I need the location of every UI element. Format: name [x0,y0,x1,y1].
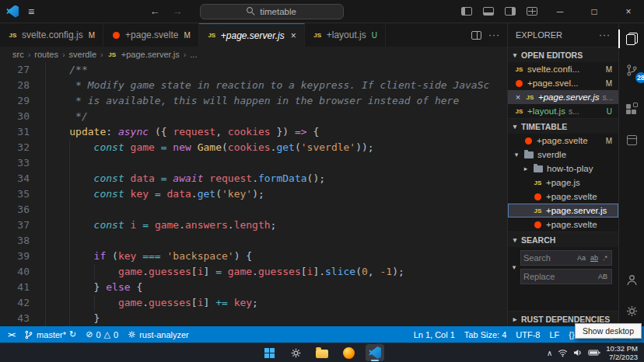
problems-item[interactable]: ⊘ 0 △ 0 [86,329,118,339]
tree-item[interactable]: +page.svelte [508,190,618,204]
file-name: +page.server.js [546,206,607,215]
code-line: 33 [0,155,507,171]
search-icon [247,7,255,16]
indent-guide [69,218,93,233]
workspace-header[interactable]: ▾ TIMETABLE [508,118,618,134]
command-center-search[interactable]: timetable [200,4,344,19]
code-line: 43} [0,311,507,326]
extensions-view-icon[interactable] [622,99,641,118]
tab-close-icon[interactable]: × [291,30,296,41]
editor-tab[interactable]: JS+page.server.js× [199,23,305,47]
sync-icon: ↻ [69,329,76,339]
rust-analyzer-item[interactable]: rust-analyzer [128,330,189,339]
taskbar-clock[interactable]: 10:32 PM 7/2/2023 [606,344,638,361]
source-control-view-icon[interactable]: 28 [622,61,641,79]
git-status-badge: M [606,137,615,145]
battery-icon[interactable] [588,350,600,356]
tree-item[interactable]: +page.svelte [508,218,618,231]
search-input[interactable] [523,253,574,263]
dependencies-view-icon[interactable] [622,131,641,149]
close-editor-icon[interactable]: × [514,92,522,102]
start-button[interactable] [260,344,278,361]
breadcrumb-item[interactable]: sverdle [69,50,96,59]
breadcrumb-item[interactable]: src [12,50,24,59]
explorer-more-actions-icon[interactable]: ··· [599,30,611,40]
close-button[interactable]: × [613,0,644,23]
settings-gear-icon[interactable] [622,301,641,320]
minimize-button[interactable]: ─ [544,0,576,23]
toggle-replace-icon[interactable]: ▾ [510,263,518,271]
taskbar-settings[interactable] [286,344,305,361]
code-content: /** [45,62,507,78]
match-case-icon[interactable]: Aa [576,253,587,263]
volume-icon[interactable] [573,349,583,357]
menu-icon[interactable]: ≡ [22,5,40,18]
explorer-view-icon[interactable] [622,30,641,48]
encoding-setting[interactable]: UTF-8 [516,330,540,339]
customize-layout-icon[interactable] [527,7,537,16]
svelte-file-icon [516,80,523,87]
volume-glyph [573,349,583,357]
back-icon[interactable]: ← [145,5,165,17]
preserve-case-icon[interactable]: AB [597,272,609,281]
breadcrumb-separator-icon: › [184,50,187,59]
indent-guide [69,140,93,155]
regex-icon[interactable]: .* [601,253,609,263]
chevron-right-icon[interactable]: ▸ [522,165,530,172]
open-editor-item[interactable]: ×JS+page.server.jss... [508,90,618,104]
remote-indicator[interactable]: >< [8,330,15,339]
chevron-down-icon: ▾ [511,236,519,244]
forward-icon[interactable]: → [168,5,187,17]
maximize-button[interactable]: □ [579,0,610,23]
errors-count: 0 [96,330,100,339]
search-widget: ▾ Aa ab .* AB [508,247,618,287]
tree-item[interactable]: +page.svelteM [508,134,618,148]
toggle-panel-icon[interactable] [483,7,494,16]
tree-item[interactable]: ▸how-to-play [508,162,618,176]
breadcrumb-item[interactable]: routes [34,50,58,59]
js-file-icon: JS [8,32,18,39]
git-status-badge: U [607,107,615,116]
editor-tab[interactable]: +page.svelteM [103,23,199,47]
editor-tab[interactable]: JS+layout.jsU [305,23,386,47]
editor-more-actions-icon[interactable]: ··· [488,30,500,40]
open-editors-header[interactable]: ▾ OPEN EDITORS [508,47,618,62]
editor-tab[interactable]: JSsvelte.config.jsM [0,23,103,47]
vscode-app[interactable] [366,344,384,361]
tree-item[interactable]: ▾sverdle [508,148,618,162]
code-editor[interactable]: 27/**28 * Modify game state in reaction … [0,62,507,326]
vscode-window: { "icons": { "menu": "≡", "back": "←", "… [0,0,644,362]
breadcrumb-item[interactable]: +page.server.js [121,50,180,59]
tray-chevron-icon[interactable]: ∧ [547,349,552,357]
line-number: 43 [0,311,45,326]
open-editor-item[interactable]: +page.svel...M [508,76,618,90]
chevron-down-icon[interactable]: ▾ [513,151,520,158]
tree-item[interactable]: JS+page.js [508,176,618,190]
toggle-secondary-sidebar-icon[interactable] [505,7,516,16]
replace-input[interactable] [523,272,595,281]
search-header[interactable]: ▾ SEARCH [508,231,618,247]
open-editor-item[interactable]: JSsvelte.confi...M [508,62,618,76]
whole-word-icon[interactable]: ab [589,253,600,263]
cursor-position[interactable]: Ln 1, Col 1 [414,330,455,339]
accounts-icon[interactable] [622,270,641,289]
toggle-sidebar-icon[interactable] [461,7,472,16]
wifi-icon[interactable] [558,349,568,357]
indent-guide [45,249,69,264]
tab-bar: JSsvelte.config.jsM+page.svelteMJS+page.… [0,23,507,47]
indentation-setting[interactable]: Tab Size: 4 [464,330,506,339]
firefox-app[interactable] [339,344,358,361]
indent-guide [69,202,93,218]
split-editor-icon[interactable] [471,31,481,40]
folder-icon [534,165,543,172]
line-number: 37 [0,218,45,233]
extensions-icon [626,103,638,115]
breadcrumb-item[interactable]: ... [190,50,197,59]
file-explorer-app[interactable] [313,344,331,361]
tree-item[interactable]: JS+page.server.js [508,204,618,218]
wifi-glyph [558,349,568,357]
eol-setting[interactable]: LF [549,330,559,339]
git-branch-item[interactable]: master* ↻ [24,329,76,339]
remote-icon: >< [8,330,15,339]
open-editor-item[interactable]: JS+layout.jss...U [508,104,618,118]
